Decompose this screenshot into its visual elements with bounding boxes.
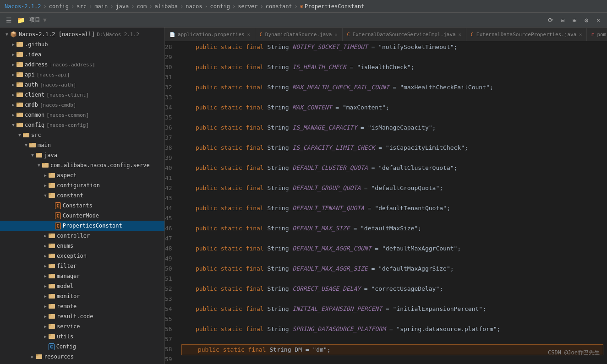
- tree-item-api[interactable]: ▶api [nacos-api]: [0, 70, 164, 80]
- code-line: [181, 113, 607, 123]
- file-icon: C: [55, 223, 61, 229]
- tree-label: resources: [44, 353, 74, 360]
- tree-item-remote[interactable]: ▶remote: [0, 301, 164, 311]
- file-icon: [16, 51, 23, 59]
- tree-module-tag: D:\Nacos-2.1.2: [97, 32, 139, 38]
- project-icon[interactable]: 📁: [16, 15, 26, 25]
- code-line: public static final String DEFAULT_GROUP…: [181, 183, 607, 193]
- tree-arrow: ▼: [4, 32, 10, 37]
- code-line: [181, 314, 607, 324]
- tree-item-common[interactable]: ▶common [nacos-common]: [0, 110, 164, 120]
- tab-close[interactable]: ×: [334, 32, 337, 37]
- line-number: 54: [165, 304, 172, 314]
- file-icon: [49, 242, 55, 250]
- file-icon: [16, 71, 23, 79]
- svg-rect-39: [49, 264, 51, 265]
- tree-item-config[interactable]: CConfig: [0, 342, 164, 352]
- tree-label: client: [25, 92, 44, 98]
- tree-module-tag: [nacos-api]: [37, 72, 70, 78]
- tree-label: Constants: [63, 202, 93, 209]
- tree-item-aspect[interactable]: ▶aspect: [0, 170, 164, 180]
- tree-item-filter[interactable]: ▶filter: [0, 261, 164, 271]
- tree-item-main[interactable]: ▼main: [0, 140, 164, 150]
- tree-item-address[interactable]: ▶address [nacos-address]: [0, 60, 164, 70]
- tree-item-cmdb[interactable]: ▶cmdb [nacos-cmdb]: [0, 100, 164, 110]
- tree-item-monitor[interactable]: ▶monitor: [0, 291, 164, 301]
- tab-close[interactable]: ×: [247, 32, 250, 37]
- code-line: [181, 153, 607, 163]
- tree-item-nacos-2.1.2-[nacos-all][interactable]: ▼📦Nacos-2.1.2 [nacos-all] D:\Nacos-2.1.2: [0, 29, 164, 39]
- file-tree[interactable]: ▼📦Nacos-2.1.2 [nacos-all] D:\Nacos-2.1.2…: [0, 27, 164, 364]
- tree-label: java: [44, 152, 57, 158]
- tree-item-enums[interactable]: ▶enums: [0, 241, 164, 251]
- expand-all-icon[interactable]: ⊞: [569, 15, 580, 25]
- file-icon: [49, 323, 55, 331]
- tab-close[interactable]: ×: [579, 32, 582, 37]
- code-line: [181, 355, 607, 364]
- tab-dynamic-datasource[interactable]: C DynamicDataSource.java ×: [255, 28, 343, 41]
- tree-arrow: ▼: [42, 193, 49, 198]
- collapse-all-icon[interactable]: ⊟: [558, 15, 568, 25]
- tree-item-client[interactable]: ▶client [nacos-client]: [0, 90, 164, 100]
- tree-arrow: ▶: [42, 264, 49, 268]
- file-icon: [49, 232, 55, 240]
- tree-arrow: ▶: [10, 62, 16, 67]
- code-area[interactable]: 2829303132333435363738394041424344454647…: [165, 41, 607, 364]
- line-number: 45: [165, 213, 172, 223]
- close-panel-icon[interactable]: ×: [593, 15, 603, 25]
- tree-arrow: ▶: [10, 72, 16, 77]
- tree-item-utils[interactable]: ▶utils: [0, 331, 164, 342]
- tree-item-.idea[interactable]: ▶.idea: [0, 49, 164, 60]
- tree-item-constant[interactable]: ▼constant: [0, 190, 164, 201]
- svg-rect-53: [49, 334, 51, 336]
- tree-item-java[interactable]: ▼java: [0, 150, 164, 160]
- code-line: [181, 52, 607, 62]
- tab-external-props[interactable]: C ExternalDataSourceProperties.java ×: [466, 28, 587, 41]
- tree-item-src[interactable]: ▼src: [0, 130, 164, 140]
- sync-icon[interactable]: ⟳: [546, 15, 556, 25]
- hamburger-icon[interactable]: ☰: [4, 15, 14, 25]
- file-icon: [16, 111, 23, 119]
- tree-label: service: [57, 323, 80, 330]
- line-number: 42: [165, 183, 172, 193]
- tree-module-tag: [nacos-common]: [46, 112, 89, 118]
- tree-item-manager[interactable]: ▶manager: [0, 271, 164, 281]
- tree-arrow: ▶: [29, 354, 36, 359]
- line-number: 34: [165, 103, 172, 113]
- tab-close[interactable]: ×: [459, 32, 461, 37]
- tree-item-resources[interactable]: ▶resources: [0, 352, 164, 362]
- svg-rect-27: [49, 173, 51, 174]
- tree-arrow: ▶: [42, 234, 49, 238]
- tree-item-controller[interactable]: ▶controller: [0, 231, 164, 241]
- tree-item-.github[interactable]: ▶.github: [0, 39, 164, 49]
- svg-rect-19: [23, 133, 26, 134]
- tab-pom[interactable]: m pom.xml (nacos-na... ×: [587, 28, 607, 41]
- tree-item-result.code[interactable]: ▶result.code: [0, 311, 164, 321]
- tree-item-com.alibaba.nacos.config.serve[interactable]: ▼com.alibaba.nacos.config.serve: [0, 160, 164, 170]
- tree-item-config[interactable]: ▼config [nacos-config]: [0, 120, 164, 130]
- tree-item-auth[interactable]: ▶auth [nacos-auth]: [0, 80, 164, 90]
- svg-rect-3: [16, 52, 19, 54]
- code-line: public static final String DM = "dm";: [181, 344, 603, 355]
- file-icon: [49, 333, 55, 341]
- line-number: 35: [165, 113, 172, 123]
- tree-item-service[interactable]: ▶service: [0, 321, 164, 331]
- tab-external-impl[interactable]: C ExternalDataSourceServiceImpl.java ×: [343, 28, 466, 41]
- file-icon: [49, 313, 55, 321]
- tree-item-model[interactable]: ▶model: [0, 281, 164, 291]
- tree-item-exception[interactable]: ▶exception: [0, 251, 164, 261]
- svg-rect-9: [16, 82, 19, 84]
- tree-label: PropertiesConstant: [63, 223, 122, 229]
- file-icon: C: [49, 343, 55, 350]
- tree-item-configuration[interactable]: ▶configuration: [0, 180, 164, 190]
- tree-item-countermode[interactable]: CCounterMode: [0, 211, 164, 221]
- title-part8: config: [210, 3, 230, 10]
- tree-item-test[interactable]: ▶test: [0, 362, 164, 364]
- tree-item-constants[interactable]: CConstants: [0, 201, 164, 211]
- tree-label: main: [38, 142, 51, 148]
- settings-icon[interactable]: ⚙: [581, 15, 591, 25]
- tree-item-propertiesconstant[interactable]: CPropertiesConstant: [0, 221, 164, 231]
- tab-application-properties[interactable]: 📄 application.properties ×: [165, 28, 255, 41]
- file-icon: [49, 303, 55, 310]
- tree-module-tag: [nacos-cmdb]: [40, 102, 76, 108]
